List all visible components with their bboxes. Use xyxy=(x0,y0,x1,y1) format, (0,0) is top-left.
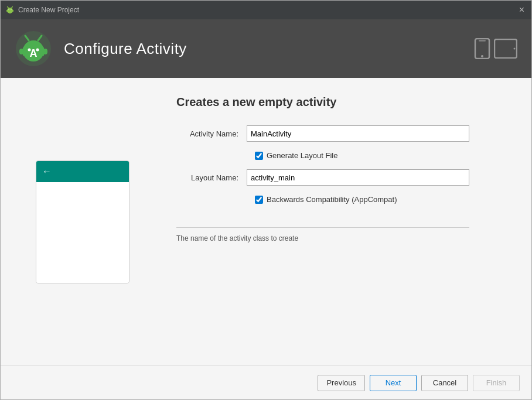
svg-rect-19 xyxy=(479,40,486,42)
svg-point-22 xyxy=(514,48,516,50)
svg-line-5 xyxy=(12,7,13,8)
header: A Configure Activity xyxy=(1,19,531,78)
right-panel: Creates a new empty activity Activity Na… xyxy=(165,90,531,354)
svg-point-20 xyxy=(481,55,483,57)
footer: Previous Next Cancel Finish xyxy=(1,365,531,399)
generate-layout-checkbox[interactable] xyxy=(255,152,263,160)
title-bar: Create New Project × xyxy=(1,1,531,19)
main-content: ← Creates a new empty activity Activity … xyxy=(1,78,531,365)
android-logo: A xyxy=(15,30,52,67)
svg-line-4 xyxy=(8,7,9,8)
backwards-compat-checkbox[interactable] xyxy=(255,196,263,204)
activity-name-row: Activity Name: xyxy=(176,125,508,142)
phone-header-bar: ← xyxy=(36,161,129,182)
form-subtitle: Creates a new empty activity xyxy=(176,95,508,109)
android-title-icon xyxy=(5,5,15,15)
close-button[interactable]: × xyxy=(517,4,527,16)
phone-preview: ← xyxy=(36,160,129,283)
activity-name-label: Activity Name: xyxy=(176,129,247,138)
svg-rect-2 xyxy=(6,10,8,12)
device-icons xyxy=(474,38,517,59)
svg-text:A: A xyxy=(30,47,37,59)
description-area: The name of the activity class to create xyxy=(176,227,469,242)
svg-rect-21 xyxy=(495,39,517,58)
layout-name-input[interactable] xyxy=(247,169,469,186)
cancel-button[interactable]: Cancel xyxy=(421,375,468,391)
svg-rect-3 xyxy=(12,10,13,12)
generate-layout-row: Generate Layout File xyxy=(255,151,508,160)
header-title: Configure Activity xyxy=(64,40,187,58)
phone-body xyxy=(36,182,129,283)
svg-point-7 xyxy=(11,9,11,10)
generate-layout-label: Generate Layout File xyxy=(267,151,337,160)
svg-point-6 xyxy=(8,9,9,10)
main-window: Create New Project × A Configure Activit… xyxy=(0,0,532,400)
title-bar-left: Create New Project xyxy=(5,5,79,15)
layout-name-label: Layout Name: xyxy=(176,173,247,182)
layout-name-row: Layout Name: xyxy=(176,169,508,186)
description-text: The name of the activity class to create xyxy=(176,232,298,242)
header-left: A Configure Activity xyxy=(15,30,187,67)
tablet-icon xyxy=(494,39,517,59)
activity-name-input[interactable] xyxy=(247,125,469,142)
back-arrow-icon: ← xyxy=(42,166,52,177)
backwards-compat-label: Backwards Compatibility (AppCompat) xyxy=(267,195,397,204)
phone-icon xyxy=(474,38,490,59)
previous-button[interactable]: Previous xyxy=(318,375,365,391)
next-button[interactable]: Next xyxy=(370,375,417,391)
backwards-compat-row: Backwards Compatibility (AppCompat) xyxy=(255,195,508,204)
svg-rect-11 xyxy=(19,49,24,54)
left-panel: ← xyxy=(1,90,165,354)
svg-rect-12 xyxy=(43,49,47,54)
finish-button[interactable]: Finish xyxy=(473,375,520,391)
svg-rect-1 xyxy=(8,9,12,12)
window-title: Create New Project xyxy=(18,6,79,14)
